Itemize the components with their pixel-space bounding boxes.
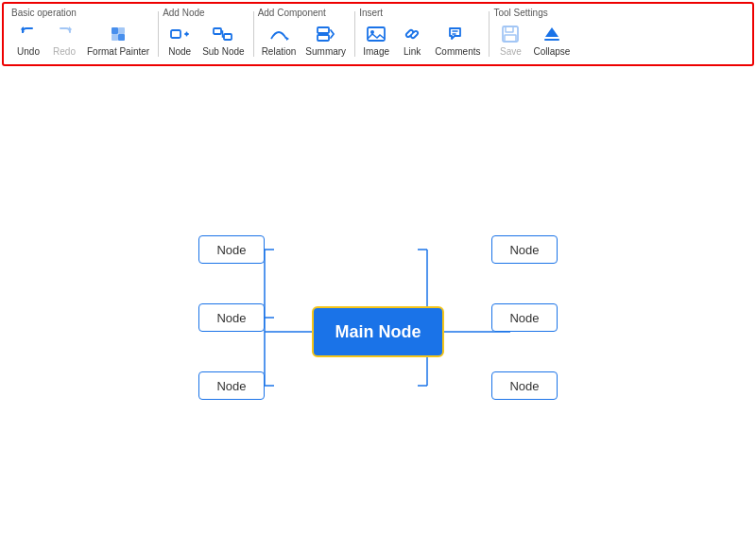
add-node-buttons: Node Sub Node	[163, 20, 248, 60]
add-component-buttons: Relation Summary	[258, 20, 351, 60]
summary-icon	[316, 24, 336, 44]
redo-icon	[54, 24, 75, 44]
left-node-1[interactable]: Node	[198, 235, 265, 264]
link-icon	[402, 24, 422, 44]
svg-marker-9	[286, 37, 289, 41]
collapse-button[interactable]: Collapse	[529, 22, 574, 59]
comments-label: Comments	[435, 46, 480, 57]
tool-settings-buttons: Save Collapse	[493, 20, 574, 60]
group-label-add-component: Add Component	[258, 8, 351, 18]
svg-rect-12	[368, 27, 385, 41]
undo-label: Undo	[17, 46, 40, 57]
sub-node-label: Sub Node	[202, 46, 244, 57]
svg-rect-3	[118, 34, 125, 41]
right-node-3[interactable]: Node	[491, 371, 558, 400]
save-label: Save	[500, 46, 522, 57]
svg-rect-2	[112, 34, 118, 41]
mindmap: Main Node Node Node Node Node Node Node	[123, 221, 576, 420]
toolbar-group-add-node: Add Node Node	[159, 6, 253, 62]
sub-node-button[interactable]: Sub Node	[198, 22, 248, 59]
node-label: Node	[168, 46, 191, 57]
right-node-1[interactable]: Node	[491, 235, 558, 264]
relation-button[interactable]: Relation	[258, 22, 301, 59]
undo-button[interactable]: Undo	[11, 22, 45, 59]
insert-buttons: Image Link	[359, 20, 484, 60]
save-icon	[500, 24, 521, 44]
svg-rect-4	[171, 30, 180, 38]
image-button[interactable]: Image	[359, 22, 393, 59]
undo-icon	[18, 24, 39, 44]
collapse-label: Collapse	[533, 46, 570, 57]
left-node-3[interactable]: Node	[198, 371, 265, 400]
format-painter-icon	[108, 24, 129, 44]
toolbar-group-insert: Insert Image	[355, 6, 490, 62]
image-label: Image	[363, 46, 389, 57]
summary-button[interactable]: Summary	[301, 22, 350, 59]
svg-rect-1	[118, 27, 125, 34]
toolbar-group-tool-settings: Tool Settings Save	[490, 6, 579, 62]
node-icon	[169, 24, 190, 44]
summary-label: Summary	[305, 46, 346, 57]
group-label-add-node: Add Node	[163, 8, 248, 18]
toolbar: Basic operation Undo Redo	[2, 2, 754, 66]
comments-icon	[447, 24, 468, 44]
right-node-2[interactable]: Node	[491, 303, 558, 332]
image-icon	[366, 24, 387, 44]
svg-rect-18	[505, 35, 516, 42]
svg-marker-19	[545, 27, 558, 37]
relation-label: Relation	[262, 46, 297, 57]
group-label-insert: Insert	[359, 8, 484, 18]
main-node[interactable]: Main Node	[312, 306, 444, 357]
svg-rect-0	[112, 27, 118, 34]
collapse-icon	[541, 24, 562, 44]
canvas: Main Node Node Node Node Node Node Node	[0, 70, 756, 552]
basic-buttons: Undo Redo Format Painter	[11, 20, 153, 60]
svg-rect-11	[318, 35, 329, 41]
toolbar-group-basic: Basic operation Undo Redo	[8, 6, 159, 62]
group-label-basic: Basic operation	[11, 8, 153, 18]
svg-rect-10	[318, 27, 329, 33]
relation-icon	[268, 24, 289, 44]
svg-rect-7	[214, 28, 221, 34]
format-painter-button[interactable]: Format Painter	[83, 22, 153, 59]
redo-label: Redo	[53, 46, 76, 57]
link-button[interactable]: Link	[395, 22, 429, 59]
save-button[interactable]: Save	[493, 22, 527, 59]
left-node-2[interactable]: Node	[198, 303, 265, 332]
svg-rect-8	[224, 34, 232, 40]
comments-button[interactable]: Comments	[431, 22, 484, 59]
toolbar-group-add-component: Add Component Relation	[254, 6, 356, 62]
format-painter-label: Format Painter	[87, 46, 149, 57]
group-label-tool-settings: Tool Settings	[493, 8, 574, 18]
sub-node-icon	[213, 24, 233, 44]
node-button[interactable]: Node	[163, 22, 197, 59]
link-label: Link	[404, 46, 421, 57]
redo-button[interactable]: Redo	[47, 22, 81, 59]
